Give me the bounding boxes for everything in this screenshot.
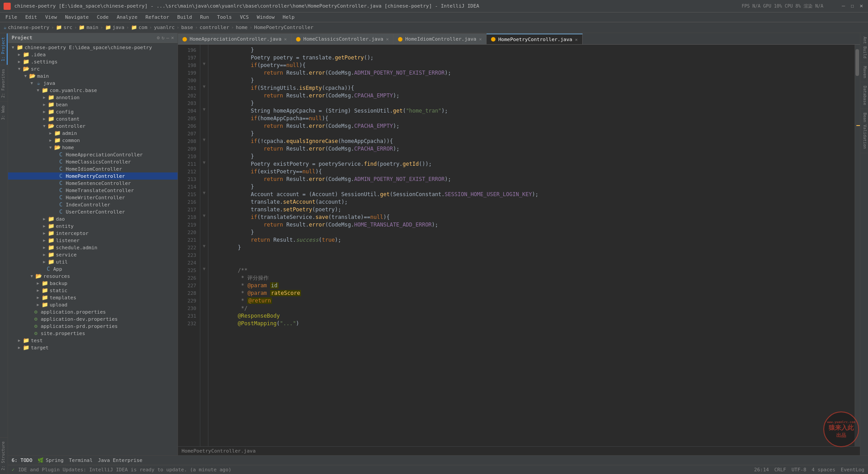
tree-item-index[interactable]: C IndexController	[8, 201, 178, 208]
tab-homeappreciation[interactable]: HomeAppreciationController.java ✕	[178, 34, 292, 44]
status-position[interactable]: 26:14	[754, 467, 769, 473]
tab-favorites[interactable]: 2: Favorites	[0, 65, 8, 101]
tab-structure[interactable]: 2: Structure	[0, 437, 8, 474]
tree-item-homeidiom[interactable]: C HomeIdiomController	[8, 165, 178, 172]
status-branch[interactable]: EventLog	[841, 467, 864, 473]
tree-item-test[interactable]: ▶ 📁 test	[8, 337, 178, 344]
tree-item-upload[interactable]: ▶ 📁 upload	[8, 301, 178, 308]
tab-homeidiom[interactable]: HomeIdiomController.java ✕	[394, 34, 487, 44]
bottom-tab-java-enterprise[interactable]: Java Enterprise	[98, 457, 142, 463]
tree-item-homesentence[interactable]: C HomeSentenceController	[8, 180, 178, 187]
menu-build[interactable]: Build	[174, 13, 195, 21]
maximize-button[interactable]: □	[849, 3, 855, 9]
collapse-icon[interactable]: –	[166, 35, 169, 41]
menu-code[interactable]: Code	[93, 13, 112, 21]
tree-item-entity[interactable]: ▶ 📁 entity	[8, 222, 178, 230]
tab-web[interactable]: 3: Web	[0, 101, 8, 124]
tree-item-controller[interactable]: ▼ 📂 controller	[8, 122, 178, 130]
breadcrumb-root[interactable]: ☕ chinese-poetry	[4, 25, 49, 30]
code-content[interactable]: } Poetry poetry = translate.getPoetry();…	[208, 45, 855, 446]
menu-navigate[interactable]: Navigate	[62, 13, 93, 21]
tree-item-listener[interactable]: ▶ 📁 listener	[8, 237, 178, 244]
tree-item-util[interactable]: ▶ 📁 util	[8, 258, 178, 265]
close-icon[interactable]: ✕	[171, 35, 174, 41]
menu-file[interactable]: File	[2, 13, 21, 21]
tree-item-app[interactable]: C App	[8, 265, 178, 273]
tree-item-homewriter[interactable]: C HomeWriterController	[8, 194, 178, 201]
tree-item-common[interactable]: ▶ 📁 common	[8, 137, 178, 144]
tree-item-app-dev-props[interactable]: ⚙ application-dev.properties	[8, 315, 178, 323]
tree-item-service[interactable]: ▶ 📁 service	[8, 251, 178, 258]
breadcrumb-base[interactable]: base	[181, 25, 193, 30]
tab-homepoetry[interactable]: HomePoetryController.java ✕	[487, 34, 583, 44]
tree-item-interceptor[interactable]: ▶ 📁 interceptor	[8, 230, 178, 237]
menu-tools[interactable]: Tools	[213, 13, 235, 21]
breadcrumb-controller[interactable]: controller	[199, 25, 229, 30]
tab-close-homepoetry[interactable]: ✕	[575, 37, 578, 42]
menu-analyze[interactable]: Analyze	[113, 13, 141, 21]
tab-homeclassics[interactable]: HomeClassicsController.java ✕	[292, 34, 394, 44]
breadcrumb-src[interactable]: 📁 src	[56, 25, 72, 30]
tree-item-static[interactable]: ▶ 📁 static	[8, 287, 178, 294]
tab-close-homeidiom[interactable]: ✕	[479, 37, 482, 42]
tab-close-homeappreciation[interactable]: ✕	[284, 37, 287, 42]
status-linesep[interactable]: CRLF	[774, 467, 786, 473]
rv-tab-bean-validation[interactable]: Bean Validation	[860, 109, 868, 153]
tree-item-usercenter[interactable]: C UserCenterController	[8, 208, 178, 215]
minimize-button[interactable]: ─	[840, 3, 847, 9]
tree-item-dao[interactable]: ▶ 📁 dao	[8, 215, 178, 222]
sync-icon[interactable]: ↻	[161, 35, 165, 41]
bottom-tab-spring[interactable]: 🌿 Spring	[38, 457, 64, 463]
status-indent[interactable]: 4 spaces	[812, 467, 835, 473]
tree-item-settings[interactable]: ▶ 📁 .settings	[8, 58, 178, 65]
menu-view[interactable]: View	[42, 13, 61, 21]
tree-item-main[interactable]: ▼ 📂 main	[8, 72, 178, 80]
tree-item-templates[interactable]: ▶ 📁 templates	[8, 294, 178, 301]
breadcrumb-yuanlrc[interactable]: yuanlrc	[154, 25, 174, 30]
close-button[interactable]: ✕	[858, 3, 864, 9]
tree-item-java[interactable]: ▼ ☕ java	[8, 80, 178, 87]
bottom-tab-todo[interactable]: 6: TODO	[12, 457, 32, 463]
tree-item-schedule[interactable]: ▶ 📁 schedule.admin	[8, 244, 178, 251]
menu-window[interactable]: Window	[253, 13, 278, 21]
tree-item-homeclassics[interactable]: C HomeClassicsController	[8, 158, 178, 165]
tree-item-com[interactable]: ▼ 📁 com.yuanlrc.base	[8, 87, 178, 94]
tree-item-target[interactable]: ▶ 📁 target	[8, 344, 178, 351]
menu-run[interactable]: Run	[196, 13, 212, 21]
menu-vcs[interactable]: VCS	[236, 13, 252, 21]
tree-item-app-prd-props[interactable]: ⚙ application-prd.properties	[8, 323, 178, 330]
tree-item-backup[interactable]: ▶ 📁 backup	[8, 280, 178, 287]
menu-refactor[interactable]: Refactor	[142, 13, 173, 21]
tab-project[interactable]: 1: Project	[0, 33, 8, 65]
tree-item-hometranslate[interactable]: C HomeTranslateController	[8, 187, 178, 194]
tree-item-home[interactable]: ▼ 📂 home	[8, 144, 178, 151]
breadcrumb-file[interactable]: HomePoetryController	[254, 25, 313, 30]
breadcrumb-com[interactable]: 📁 com	[131, 25, 148, 30]
tree-item-homepoetry[interactable]: C HomePoetryController	[8, 172, 178, 180]
tree-item-bean[interactable]: ▶ 📁 bean	[8, 101, 178, 108]
tree-item-site-props[interactable]: ⚙ site.properties	[8, 330, 178, 337]
status-encoding[interactable]: UTF-8	[792, 467, 806, 473]
breadcrumb-java[interactable]: 📁 java	[105, 25, 125, 30]
tree-item-homeapp[interactable]: C HomeAppreciationController	[8, 151, 178, 158]
tree-item-annotion[interactable]: ▶ 📁 annotion	[8, 94, 178, 101]
scroll-thumb[interactable]	[855, 49, 859, 76]
rv-tab-maven[interactable]: Maven	[860, 63, 868, 82]
tree-item-resources[interactable]: ▼ 📂 resources	[8, 273, 178, 280]
tree-item-root[interactable]: ▼ 📁 chinese-poetry E:\idea_space\chinese…	[8, 44, 178, 51]
breadcrumb-home[interactable]: home	[236, 25, 248, 30]
tree-item-app-props[interactable]: ⚙ application.properties	[8, 308, 178, 315]
settings-icon[interactable]: ⚙	[157, 35, 160, 41]
bottom-tab-terminal[interactable]: Terminal	[69, 457, 93, 463]
menu-help[interactable]: Help	[279, 13, 298, 21]
rv-tab-ant-build[interactable]: Ant Build	[860, 33, 868, 63]
tree-item-constant[interactable]: ▶ 📁 constant	[8, 115, 178, 122]
scrollbar-gutter[interactable]	[855, 45, 860, 446]
tree-item-admin[interactable]: ▶ 📁 admin	[8, 130, 178, 137]
tab-close-homeclassics[interactable]: ✕	[386, 37, 389, 42]
menu-edit[interactable]: Edit	[22, 13, 41, 21]
tree-item-src[interactable]: ▼ 📂 src	[8, 65, 178, 72]
breadcrumb-main[interactable]: 📁 main	[79, 25, 98, 30]
tree-item-config[interactable]: ▶ 📁 config	[8, 108, 178, 115]
tree-item-idea[interactable]: ▶ 📁 .idea	[8, 51, 178, 58]
